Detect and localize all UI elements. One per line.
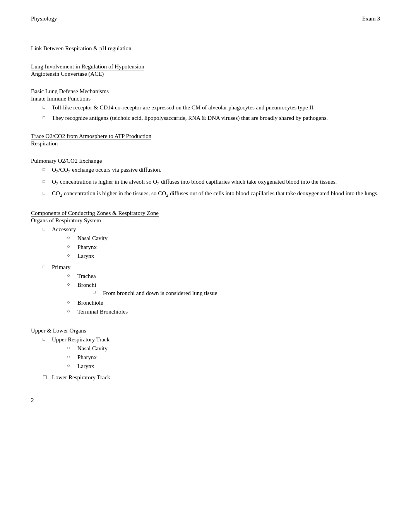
bullet-text: Primary oTrachea o Bronchi □ From bronch… xyxy=(52,263,380,317)
page-number: 2 xyxy=(31,397,380,404)
section-subtitle-innate: Innate Immune Functions xyxy=(31,95,380,102)
sub-list-item: oLarynx xyxy=(67,362,380,370)
sub-bullet: o xyxy=(67,281,76,288)
sub-list-item: oTrachea xyxy=(67,272,380,280)
bullet-text: O2 concentration is higher in the alveol… xyxy=(52,178,380,188)
sub-bullet: o xyxy=(67,272,76,279)
sub-bullet: o xyxy=(67,344,76,351)
bullet-icon: ☐ xyxy=(43,374,50,381)
sub-list-item: oNasal Cavity xyxy=(67,344,380,353)
pulmonary-bullet-list: □ O2/CO2 exchange occurs via passive dif… xyxy=(43,166,380,199)
section-pulmonary: Pulmonary O2/CO2 Exchange □ O2/CO2 excha… xyxy=(31,158,380,199)
bullet-icon: □ xyxy=(43,336,50,342)
bullet-text: Accessory oNasal Cavity oPharynx oLarynx xyxy=(52,225,380,261)
list-item: □ O2 concentration is higher in the alve… xyxy=(43,178,380,188)
sub-list-text: Pharynx xyxy=(77,243,97,251)
upper-lower-bullet-list: □ Upper Respiratory Track oNasal Cavity … xyxy=(43,336,380,382)
sub-list-text: Nasal Cavity xyxy=(77,344,108,353)
sub-list-item: oBronchiole xyxy=(67,299,380,307)
upper-sub-list: oNasal Cavity oPharynx oLarynx xyxy=(67,344,380,370)
section-link-respiration: Link Between Respiration & pH regulation xyxy=(31,45,380,53)
header-right: Exam 3 xyxy=(362,15,380,22)
sub-list-text: Larynx xyxy=(77,362,94,370)
sub-list-item: oLarynx xyxy=(67,252,380,260)
section-subtitle-organs: Organs of Respiratory System xyxy=(31,217,380,224)
section-basic-lung: Basic Lung Defense Mechanisms Innate Imm… xyxy=(31,88,380,122)
sub-list-text: Bronchi □ From bronchi and down is consi… xyxy=(77,281,217,298)
section-subtitle-respiration: Respiration xyxy=(31,140,380,147)
page-header: Physiology Exam 3 xyxy=(31,15,380,22)
section-title-pulmonary: Pulmonary O2/CO2 Exchange xyxy=(31,158,380,164)
sub-bullet: o xyxy=(67,353,76,360)
sub-list-text: Terminal Bronchioles xyxy=(77,308,128,316)
sub-bullet: o xyxy=(67,299,76,305)
bullet-icon: □ xyxy=(43,104,50,110)
section-subtitle-ace: Angiotensin Convertase (ACE) xyxy=(31,71,380,77)
innate-bullet-list: □ Toll-like receptor & CD14 co-receptor … xyxy=(43,104,380,122)
bullet-icon: □ xyxy=(43,264,50,270)
list-item: □ O2/CO2 exchange occurs via passive dif… xyxy=(43,166,380,176)
section-title-upper-lower: Upper & Lower Organs xyxy=(31,327,380,334)
bullet-icon: □ xyxy=(43,179,50,184)
section-lung-involvement: Lung Involvement in Regulation of Hypote… xyxy=(31,63,380,77)
sub-bullet: o xyxy=(67,362,76,369)
bullet-text: Upper Respiratory Track oNasal Cavity oP… xyxy=(52,336,380,371)
header-left: Physiology xyxy=(31,15,57,22)
subsub-list-item: □ From bronchi and down is considered lu… xyxy=(93,289,217,297)
subsub-bullet: □ xyxy=(93,289,101,295)
section-title-lung-involvement: Lung Involvement in Regulation of Hypote… xyxy=(31,63,144,70)
section-title-conducting: Components of Conducting Zones & Respira… xyxy=(31,210,159,217)
sub-bullet: o xyxy=(67,308,76,314)
sub-bullet: o xyxy=(67,243,76,250)
bullet-icon: □ xyxy=(43,115,50,121)
section-upper-lower: Upper & Lower Organs □ Upper Respiratory… xyxy=(31,327,380,382)
sub-list-item: oPharynx xyxy=(67,243,380,251)
section-title-trace: Trace O2/CO2 from Atmosphere to ATP Prod… xyxy=(31,133,151,140)
sub-list-item: oNasal Cavity xyxy=(67,234,380,242)
list-item: □ They recognize antigens (teichoic acid… xyxy=(43,114,380,122)
sub-list-text: Trachea xyxy=(77,272,96,280)
bullet-text: CO2 concentration is higher in the tissu… xyxy=(52,189,380,199)
list-item-lower: ☐ Lower Respiratory Track xyxy=(43,373,380,382)
sub-list-item: oPharynx xyxy=(67,353,380,361)
sub-list-text: Larynx xyxy=(77,252,94,260)
bullet-text: Toll-like receptor & CD14 co-receptor ar… xyxy=(52,104,380,112)
list-item-primary: □ Primary oTrachea o Bronchi □ From bron… xyxy=(43,263,380,317)
bullet-icon: □ xyxy=(43,226,50,232)
section-title-basic-lung: Basic Lung Defense Mechanisms xyxy=(31,88,109,95)
bullet-text: Lower Respiratory Track xyxy=(52,373,380,382)
list-item: □ CO2 concentration is higher in the tis… xyxy=(43,189,380,199)
sub-bullet: o xyxy=(67,252,76,259)
bullet-text: They recognize antigens (teichoic acid, … xyxy=(52,114,380,122)
sub-list-text: Nasal Cavity xyxy=(77,234,108,242)
organs-bullet-list: □ Accessory oNasal Cavity oPharynx oLary… xyxy=(43,225,380,317)
bronchi-sub-list: □ From bronchi and down is considered lu… xyxy=(93,289,217,297)
sub-list-item: o Bronchi □ From bronchi and down is con… xyxy=(67,281,380,298)
accessory-sub-list: oNasal Cavity oPharynx oLarynx xyxy=(67,234,380,260)
sub-list-item: oTerminal Bronchioles xyxy=(67,308,380,316)
list-item-accessory: □ Accessory oNasal Cavity oPharynx oLary… xyxy=(43,225,380,261)
section-trace-o2: Trace O2/CO2 from Atmosphere to ATP Prod… xyxy=(31,133,380,147)
bullet-text: O2/CO2 exchange occurs via passive diffu… xyxy=(52,166,380,176)
section-conducting-zones: Components of Conducting Zones & Respira… xyxy=(31,210,380,317)
subsub-text: From bronchi and down is considered lung… xyxy=(103,289,217,297)
bullet-icon: □ xyxy=(43,167,50,172)
primary-sub-list: oTrachea o Bronchi □ From bronchi and do… xyxy=(67,272,380,316)
sub-list-text: Bronchiole xyxy=(77,299,103,307)
bullet-icon: □ xyxy=(43,190,50,196)
sub-bullet: o xyxy=(67,234,76,241)
sub-list-text: Pharynx xyxy=(77,353,97,361)
section-title-link-respiration: Link Between Respiration & pH regulation xyxy=(31,45,132,52)
list-item-upper: □ Upper Respiratory Track oNasal Cavity … xyxy=(43,336,380,371)
list-item: □ Toll-like receptor & CD14 co-receptor … xyxy=(43,104,380,112)
